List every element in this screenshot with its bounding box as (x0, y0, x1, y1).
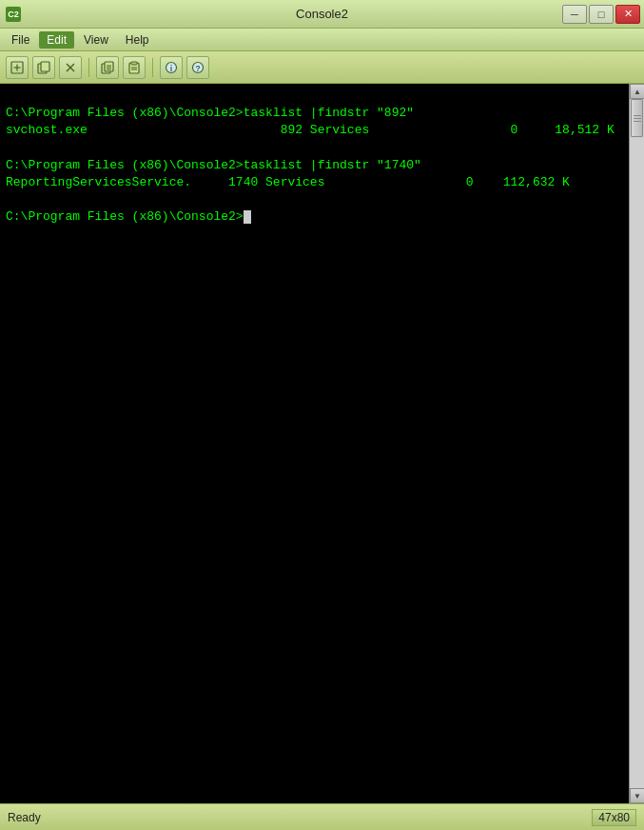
toolbar-separator-2 (152, 58, 153, 77)
minimize-button[interactable]: ─ (562, 5, 587, 24)
close-button[interactable]: ✕ (615, 5, 640, 24)
close-session-btn[interactable] (59, 56, 82, 79)
menu-edit[interactable]: Edit (39, 31, 74, 49)
scroll-up-btn[interactable]: ▲ (630, 84, 644, 99)
menu-bar: File Edit View Help (0, 29, 644, 51)
svg-text:i: i (170, 64, 173, 73)
scrollbar-grip (634, 112, 641, 124)
title-bar: C2 Console2 ─ □ ✕ (0, 0, 644, 29)
title-bar-left: C2 (6, 7, 21, 22)
scrollbar-thumb[interactable] (631, 99, 643, 137)
app-icon: C2 (6, 7, 21, 22)
scrollbar[interactable]: ▲ ▼ (629, 84, 644, 803)
info-btn[interactable]: i (160, 56, 183, 79)
paste-btn[interactable] (123, 56, 146, 79)
console-wrapper: C:\Program Files (x86)\Console2>tasklist… (0, 84, 644, 803)
toolbar: i ? (0, 51, 644, 84)
svg-text:?: ? (195, 64, 201, 73)
status-bar: Ready 47x80 (0, 803, 644, 830)
new-session-btn[interactable] (6, 56, 29, 79)
maximize-button[interactable]: □ (589, 5, 614, 24)
copy-btn[interactable] (96, 56, 119, 79)
menu-help[interactable]: Help (118, 31, 157, 49)
about-btn[interactable]: ? (186, 56, 209, 79)
toolbar-separator-1 (88, 58, 89, 77)
dimensions-badge: 47x80 (592, 809, 636, 826)
window-title: Console2 (296, 7, 348, 21)
menu-file[interactable]: File (4, 31, 37, 49)
scroll-down-btn[interactable]: ▼ (630, 788, 644, 803)
cursor (244, 210, 251, 224)
scrollbar-track[interactable] (630, 99, 644, 788)
duplicate-session-btn[interactable] (32, 56, 55, 79)
console-output: C:\Program Files (x86)\Console2>tasklist… (6, 88, 623, 227)
svg-rect-13 (131, 62, 137, 65)
console-area[interactable]: C:\Program Files (x86)\Console2>tasklist… (0, 84, 629, 803)
menu-view[interactable]: View (76, 31, 116, 49)
svg-rect-4 (41, 62, 49, 71)
window-controls: ─ □ ✕ (562, 5, 640, 24)
status-text: Ready (8, 811, 41, 824)
